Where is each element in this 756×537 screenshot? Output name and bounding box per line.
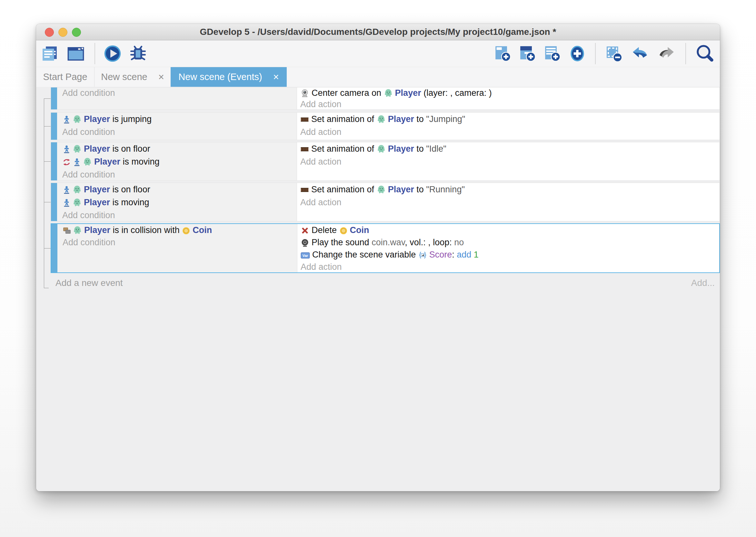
object-name: Player (388, 114, 414, 124)
close-tab-icon[interactable]: × (273, 72, 279, 82)
add-action-link[interactable]: Add action (297, 261, 719, 272)
action-text: : (452, 250, 457, 260)
event-row-selected[interactable]: Player is in collision with Coin Add con… (51, 223, 720, 273)
add-action-link[interactable]: Add action (297, 126, 720, 139)
action-text: to (414, 114, 426, 124)
condition-row[interactable]: Player is in collision with Coin (57, 224, 297, 236)
event-drag-bar[interactable] (51, 183, 57, 221)
event-row[interactable]: Player is jumping Add condition Set anim… (51, 112, 720, 140)
add-condition-link[interactable]: Add condition (57, 126, 297, 139)
object-name: Player (94, 157, 120, 167)
search-icon[interactable] (695, 44, 714, 63)
action-row[interactable]: Change the scene variable Score: add 1 (297, 248, 719, 261)
add-condition-link[interactable]: Add condition (57, 87, 297, 99)
event-row[interactable]: Player is on floor Player is moving Add … (51, 142, 720, 181)
object-name: Player (395, 88, 421, 98)
camera-icon (300, 89, 309, 98)
actions-column: Delete Coin Play the sound coin.wav, vol… (297, 224, 719, 272)
conditions-column: Player is jumping Add condition (57, 113, 297, 140)
object-name: Player (84, 144, 110, 154)
delete-event-icon[interactable] (605, 45, 623, 62)
event-drag-bar[interactable] (51, 142, 57, 181)
toolbar (36, 40, 720, 67)
event-drag-bar[interactable] (51, 224, 57, 272)
action-text: Center camera on (312, 88, 384, 98)
player-object-icon (73, 226, 82, 235)
add-action-link[interactable]: Add action (297, 99, 720, 109)
redo-icon[interactable] (657, 45, 676, 62)
object-name: Player (84, 225, 110, 235)
event-drag-bar[interactable] (51, 113, 57, 140)
action-text: (layer: , camera: ) (421, 88, 492, 98)
tab-new-scene-events[interactable]: New scene (Events) × (170, 67, 287, 87)
event-drag-bar[interactable] (51, 87, 57, 109)
event-tree-guide (44, 202, 51, 202)
add-condition-link[interactable]: Add condition (57, 209, 297, 221)
actions-column: Set animation of Player to "Jumping" Add… (297, 113, 720, 140)
condition-row[interactable]: Player is on floor (57, 183, 297, 196)
scene-editor-icon[interactable] (66, 44, 86, 63)
add-condition-link[interactable]: Add condition (57, 236, 297, 248)
variable-badge-icon (301, 251, 310, 260)
add-action-link[interactable]: Add action (297, 155, 720, 168)
condition-row[interactable]: Player is moving (57, 196, 297, 209)
add-circle-icon[interactable] (569, 45, 586, 62)
app-window: GDevelop 5 - /Users/david/Documents/GDev… (36, 24, 720, 491)
titlebar: GDevelop 5 - /Users/david/Documents/GDev… (36, 24, 720, 40)
action-row[interactable]: Center camera on Player (layer: , camera… (297, 87, 720, 99)
action-text: Set animation of (311, 114, 377, 124)
object-name: Player (84, 197, 110, 207)
condition-row[interactable]: Player is moving (57, 155, 297, 168)
event-row[interactable]: Player is on floor Player is moving Add … (51, 183, 720, 222)
event-row[interactable]: Add condition Center camera on Player (l… (51, 87, 720, 110)
add-condition-link[interactable]: Add condition (57, 168, 297, 181)
tab-start-page[interactable]: Start Page (36, 67, 94, 87)
preview-play-icon[interactable] (104, 45, 121, 62)
add-more-link[interactable]: Add... (691, 278, 715, 288)
number-value: 1 (474, 250, 479, 260)
window-title: GDevelop 5 - /Users/david/Documents/GDev… (36, 24, 720, 40)
actions-column: Set animation of Player to "Idle" Add ac… (297, 142, 720, 181)
add-new-event-link[interactable]: Add a new event (56, 278, 123, 288)
event-tree-guide (44, 288, 49, 288)
action-row[interactable]: Set animation of Player to "Running" (297, 183, 720, 196)
action-row[interactable]: Delete Coin (297, 224, 719, 236)
actions-column: Set animation of Player to "Running" Add… (297, 183, 720, 221)
animation-icon (300, 186, 309, 194)
platformer-behavior-icon (73, 158, 81, 167)
action-text: Set animation of (311, 144, 377, 154)
close-tab-icon[interactable]: × (158, 72, 164, 82)
project-manager-icon[interactable] (41, 44, 58, 63)
condition-row[interactable]: Player is on floor (57, 142, 297, 155)
player-object-icon (73, 198, 82, 207)
event-tree-guide (44, 161, 51, 162)
add-event-icon[interactable] (494, 45, 511, 62)
player-object-icon (73, 145, 82, 154)
loop-value: no (454, 237, 464, 247)
toolbar-right-group (494, 40, 714, 67)
conditions-column: Add condition (57, 87, 297, 109)
action-row[interactable]: Play the sound coin.wav, vol.: , loop: n… (297, 236, 719, 248)
add-action-link[interactable]: Add action (297, 196, 720, 209)
conditions-column: Player is in collision with Coin Add con… (57, 224, 297, 272)
event-tree-guide (44, 99, 44, 288)
debug-icon[interactable] (129, 44, 147, 63)
add-comment-icon[interactable] (544, 45, 561, 62)
conditions-column: Player is on floor Player is moving Add … (57, 183, 297, 221)
condition-text: is on floor (110, 185, 150, 194)
undo-icon[interactable] (630, 45, 649, 62)
action-row[interactable]: Set animation of Player to "Idle" (297, 142, 720, 155)
action-row[interactable]: Set animation of Player to "Jumping" (297, 113, 720, 126)
add-subevent-icon[interactable] (519, 45, 536, 62)
events-sheet: Add condition Center camera on Player (l… (36, 87, 720, 491)
variable-name: Score (429, 250, 452, 260)
event-tree-guide (44, 126, 51, 127)
coin-object-icon (339, 227, 348, 235)
condition-row[interactable]: Player is jumping (57, 113, 297, 126)
tab-new-scene[interactable]: New scene × (94, 67, 170, 87)
string-value: "Running" (426, 185, 465, 194)
player-object-icon (384, 89, 393, 98)
invert-condition-icon (62, 158, 71, 167)
action-text: Play the sound (312, 237, 371, 247)
tab-bar: Start Page New scene × New scene (Events… (36, 67, 720, 87)
